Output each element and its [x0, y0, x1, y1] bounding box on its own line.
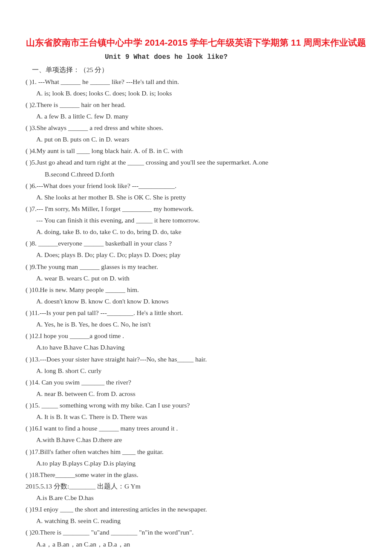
- question-6: ( )6.---What does your friend look like?…: [26, 180, 366, 191]
- question-8: ( )8. ______everyone ______ basketball i…: [26, 237, 366, 249]
- options-19: A. watching B. seein C. reading: [36, 515, 366, 526]
- options-1: A. is; look B. does; looks C. does; look…: [36, 87, 366, 99]
- options-2: A. a few B. a little C. few D. many: [36, 110, 366, 122]
- question-19: ( )19.I enjoy ____ the short and interes…: [26, 503, 366, 515]
- options-18: A.is B.are C.be D.has: [36, 492, 366, 503]
- question-3: ( )3.She always ______ a red dress and w…: [26, 122, 366, 133]
- options-5: B.second C.threed D.forth: [45, 168, 366, 180]
- question-17: ( )17.Bill's father often watches him __…: [26, 446, 366, 457]
- options-8: A. Does; plays B. Do; play C. Do; plays …: [36, 249, 366, 260]
- question-16: ( )16.I want to find a house ______ many…: [26, 422, 366, 434]
- options-20: A.a，a B.an，an C.an，a D.a，an: [36, 538, 366, 550]
- options-7: A. doing, take B. to do, take C. to do, …: [36, 226, 366, 237]
- options-10: A. doesn't know B. know C. don't know D.…: [36, 295, 366, 307]
- options-9: A. wear B. wears C. put on D. with: [36, 272, 366, 284]
- question-10: ( )10.He is new. Many people ______ him.: [26, 284, 366, 295]
- options-15: A. It is B. It was C. There is D. There …: [36, 411, 366, 422]
- options-12: A.to have B.have C.has D.having: [36, 341, 366, 353]
- question-14: ( )14. Can you swim _______ the river?: [26, 376, 366, 388]
- question-11: ( )11.---Is your pen pal tall? ---______…: [26, 307, 366, 318]
- question-15: ( )15. _____ something wrong with my bik…: [26, 399, 366, 411]
- question-9: ( )9.The young man ______ glasses is my …: [26, 261, 366, 272]
- question-2: ( )2.There is ______ hair on her head.: [26, 99, 366, 110]
- options-6: A. She looks at her mother B. She is OK …: [36, 191, 366, 203]
- options-11: A. Yes, he is B. Yes, he does C. No, he …: [36, 318, 366, 330]
- question-12: ( )12.I hope you ______a good time .: [26, 330, 366, 341]
- exam-info: 2015.5.13 分数:________ 出题人：G Ym: [26, 480, 366, 492]
- document-title: 山东省胶南市王台镇中心中学 2014-2015 学年七年级英语下学期第 11 周…: [26, 36, 366, 49]
- question-18: ( )18.There______some water in the glass…: [26, 469, 366, 480]
- unit-subtitle: Unit 9 What does he look like?: [0, 51, 366, 63]
- question-4: ( )4.My aunt is tall ____ long black hai…: [26, 145, 366, 156]
- options-14: A. near B. between C. from D. across: [36, 388, 366, 399]
- question-5: ( )5.Just go ahead and turn right at the…: [26, 156, 366, 168]
- question-13: ( )13.---Does your sister have straight …: [26, 353, 366, 365]
- options-13: A. long B. short C. curly: [36, 365, 366, 376]
- question-20: ( )20.There is ________ "u"and ________ …: [26, 526, 366, 538]
- options-17: A.to play B.plays C.play D.is playing: [36, 457, 366, 469]
- section-label: 一、单项选择：（25 分）: [32, 64, 366, 75]
- question-7-line2: --- You can finish it this evening, and …: [36, 214, 366, 226]
- options-16: A.with B.have C.has D.there are: [36, 434, 366, 445]
- question-1: ( )1. ---What ______ he ______ like? ---…: [26, 76, 366, 87]
- question-7: ( )7.--- I'm sorry, Ms Miller, I forget …: [26, 203, 366, 214]
- options-3: A. put on B. puts on C. in D. wears: [36, 133, 366, 145]
